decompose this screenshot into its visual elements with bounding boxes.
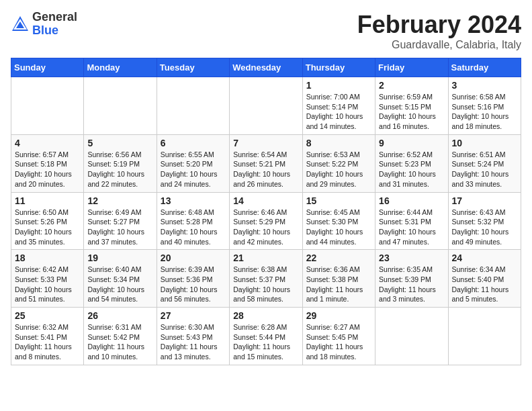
calendar-cell: 24Sunrise: 6:34 AMSunset: 5:40 PMDayligh… bbox=[448, 250, 521, 308]
logo-general-text: General bbox=[32, 10, 77, 24]
day-detail: Sunrise: 6:44 AMSunset: 5:31 PMDaylight:… bbox=[379, 208, 444, 247]
day-number: 1 bbox=[306, 80, 371, 91]
calendar-cell: 22Sunrise: 6:36 AMSunset: 5:38 PMDayligh… bbox=[302, 250, 375, 308]
logo: General Blue bbox=[11, 11, 77, 38]
calendar-cell: 17Sunrise: 6:43 AMSunset: 5:32 PMDayligh… bbox=[448, 192, 521, 250]
day-detail: Sunrise: 6:40 AMSunset: 5:34 PMDaylight:… bbox=[87, 265, 152, 304]
day-number: 6 bbox=[161, 138, 226, 148]
day-detail: Sunrise: 6:38 AMSunset: 5:37 PMDaylight:… bbox=[233, 265, 298, 304]
calendar-week-2: 4Sunrise: 6:57 AMSunset: 5:18 PMDaylight… bbox=[11, 134, 521, 192]
day-number: 17 bbox=[452, 195, 517, 206]
calendar-week-4: 18Sunrise: 6:42 AMSunset: 5:33 PMDayligh… bbox=[11, 250, 521, 308]
day-detail: Sunrise: 6:57 AMSunset: 5:18 PMDaylight:… bbox=[15, 150, 80, 189]
calendar-cell: 10Sunrise: 6:51 AMSunset: 5:24 PMDayligh… bbox=[448, 134, 521, 192]
day-detail: Sunrise: 6:42 AMSunset: 5:33 PMDaylight:… bbox=[15, 265, 80, 304]
logo-icon bbox=[11, 15, 30, 34]
calendar-cell: 19Sunrise: 6:40 AMSunset: 5:34 PMDayligh… bbox=[84, 250, 157, 308]
calendar-cell: 14Sunrise: 6:46 AMSunset: 5:29 PMDayligh… bbox=[230, 192, 302, 250]
day-number: 21 bbox=[233, 253, 298, 263]
day-number: 18 bbox=[15, 253, 80, 263]
day-detail: Sunrise: 6:35 AMSunset: 5:39 PMDaylight:… bbox=[379, 265, 444, 304]
day-detail: Sunrise: 6:56 AMSunset: 5:19 PMDaylight:… bbox=[87, 150, 152, 189]
day-number: 9 bbox=[379, 138, 444, 148]
day-detail: Sunrise: 6:53 AMSunset: 5:22 PMDaylight:… bbox=[306, 150, 371, 189]
calendar-cell: 26Sunrise: 6:31 AMSunset: 5:42 PMDayligh… bbox=[84, 308, 157, 365]
calendar-cell bbox=[448, 308, 521, 365]
day-number: 5 bbox=[87, 138, 152, 148]
calendar-cell: 9Sunrise: 6:52 AMSunset: 5:23 PMDaylight… bbox=[375, 134, 448, 192]
calendar-cell: 13Sunrise: 6:48 AMSunset: 5:28 PMDayligh… bbox=[157, 192, 229, 250]
day-number: 22 bbox=[306, 253, 371, 263]
calendar-cell: 1Sunrise: 7:00 AMSunset: 5:14 PMDaylight… bbox=[302, 77, 375, 135]
day-number: 7 bbox=[233, 138, 298, 148]
day-number: 23 bbox=[379, 253, 444, 263]
calendar-cell: 16Sunrise: 6:44 AMSunset: 5:31 PMDayligh… bbox=[375, 192, 448, 250]
calendar-cell: 6Sunrise: 6:55 AMSunset: 5:20 PMDaylight… bbox=[157, 134, 229, 192]
calendar-cell bbox=[230, 77, 302, 135]
header-sunday: Sunday bbox=[11, 58, 84, 77]
day-number: 12 bbox=[87, 195, 152, 206]
calendar-cell: 25Sunrise: 6:32 AMSunset: 5:41 PMDayligh… bbox=[11, 308, 84, 365]
calendar-week-5: 25Sunrise: 6:32 AMSunset: 5:41 PMDayligh… bbox=[11, 308, 521, 365]
day-number: 13 bbox=[161, 195, 226, 206]
day-detail: Sunrise: 6:52 AMSunset: 5:23 PMDaylight:… bbox=[379, 150, 444, 189]
day-number: 26 bbox=[87, 310, 152, 321]
day-detail: Sunrise: 6:30 AMSunset: 5:43 PMDaylight:… bbox=[161, 322, 226, 362]
day-detail: Sunrise: 6:48 AMSunset: 5:28 PMDaylight:… bbox=[161, 208, 226, 247]
day-detail: Sunrise: 6:34 AMSunset: 5:40 PMDaylight:… bbox=[452, 265, 517, 304]
calendar-cell bbox=[11, 77, 84, 135]
calendar-cell: 5Sunrise: 6:56 AMSunset: 5:19 PMDaylight… bbox=[84, 134, 157, 192]
calendar-cell: 8Sunrise: 6:53 AMSunset: 5:22 PMDaylight… bbox=[302, 134, 375, 192]
day-detail: Sunrise: 6:50 AMSunset: 5:26 PMDaylight:… bbox=[15, 208, 80, 247]
day-number: 27 bbox=[161, 310, 226, 321]
day-number: 2 bbox=[379, 80, 444, 91]
calendar-week-3: 11Sunrise: 6:50 AMSunset: 5:26 PMDayligh… bbox=[11, 192, 521, 250]
calendar-cell: 4Sunrise: 6:57 AMSunset: 5:18 PMDaylight… bbox=[11, 134, 84, 192]
header-friday: Friday bbox=[375, 58, 448, 77]
calendar-cell: 7Sunrise: 6:54 AMSunset: 5:21 PMDaylight… bbox=[230, 134, 302, 192]
calendar-table: SundayMondayTuesdayWednesdayThursdayFrid… bbox=[11, 58, 521, 365]
header-thursday: Thursday bbox=[302, 58, 375, 77]
day-number: 8 bbox=[306, 138, 371, 148]
day-number: 15 bbox=[306, 195, 371, 206]
day-number: 25 bbox=[15, 310, 80, 321]
day-detail: Sunrise: 6:55 AMSunset: 5:20 PMDaylight:… bbox=[161, 150, 226, 189]
calendar-cell: 3Sunrise: 6:58 AMSunset: 5:16 PMDaylight… bbox=[448, 77, 521, 135]
header-wednesday: Wednesday bbox=[230, 58, 302, 77]
logo-blue-text: Blue bbox=[32, 24, 58, 37]
day-detail: Sunrise: 6:31 AMSunset: 5:42 PMDaylight:… bbox=[87, 322, 152, 362]
calendar-cell bbox=[375, 308, 448, 365]
calendar-cell: 15Sunrise: 6:45 AMSunset: 5:30 PMDayligh… bbox=[302, 192, 375, 250]
calendar-cell: 11Sunrise: 6:50 AMSunset: 5:26 PMDayligh… bbox=[11, 192, 84, 250]
header-monday: Monday bbox=[84, 58, 157, 77]
day-detail: Sunrise: 6:49 AMSunset: 5:27 PMDaylight:… bbox=[87, 208, 152, 247]
day-detail: Sunrise: 6:59 AMSunset: 5:15 PMDaylight:… bbox=[379, 92, 444, 132]
calendar-cell: 20Sunrise: 6:39 AMSunset: 5:36 PMDayligh… bbox=[157, 250, 229, 308]
day-detail: Sunrise: 7:00 AMSunset: 5:14 PMDaylight:… bbox=[306, 92, 371, 132]
day-number: 4 bbox=[15, 138, 80, 148]
calendar-cell: 18Sunrise: 6:42 AMSunset: 5:33 PMDayligh… bbox=[11, 250, 84, 308]
location-title: Guardavalle, Calabria, Italy bbox=[357, 39, 521, 51]
day-detail: Sunrise: 6:54 AMSunset: 5:21 PMDaylight:… bbox=[233, 150, 298, 189]
day-number: 28 bbox=[233, 310, 298, 321]
day-number: 16 bbox=[379, 195, 444, 206]
calendar-week-1: 1Sunrise: 7:00 AMSunset: 5:14 PMDaylight… bbox=[11, 77, 521, 135]
day-number: 29 bbox=[306, 310, 371, 321]
calendar-cell: 28Sunrise: 6:28 AMSunset: 5:44 PMDayligh… bbox=[230, 308, 302, 365]
day-detail: Sunrise: 6:51 AMSunset: 5:24 PMDaylight:… bbox=[452, 150, 517, 189]
header-tuesday: Tuesday bbox=[157, 58, 229, 77]
day-number: 20 bbox=[161, 253, 226, 263]
day-detail: Sunrise: 6:32 AMSunset: 5:41 PMDaylight:… bbox=[15, 322, 80, 362]
calendar-cell: 21Sunrise: 6:38 AMSunset: 5:37 PMDayligh… bbox=[230, 250, 302, 308]
header-saturday: Saturday bbox=[448, 58, 521, 77]
header: General Blue February 2024 Guardavalle, … bbox=[11, 11, 521, 51]
calendar-cell: 23Sunrise: 6:35 AMSunset: 5:39 PMDayligh… bbox=[375, 250, 448, 308]
title-area: February 2024 Guardavalle, Calabria, Ita… bbox=[357, 11, 521, 51]
day-number: 24 bbox=[452, 253, 517, 263]
calendar-cell: 12Sunrise: 6:49 AMSunset: 5:27 PMDayligh… bbox=[84, 192, 157, 250]
day-detail: Sunrise: 6:36 AMSunset: 5:38 PMDaylight:… bbox=[306, 265, 371, 304]
day-detail: Sunrise: 6:27 AMSunset: 5:45 PMDaylight:… bbox=[306, 322, 371, 362]
calendar-cell: 29Sunrise: 6:27 AMSunset: 5:45 PMDayligh… bbox=[302, 308, 375, 365]
calendar-cell bbox=[84, 77, 157, 135]
day-number: 11 bbox=[15, 195, 80, 206]
